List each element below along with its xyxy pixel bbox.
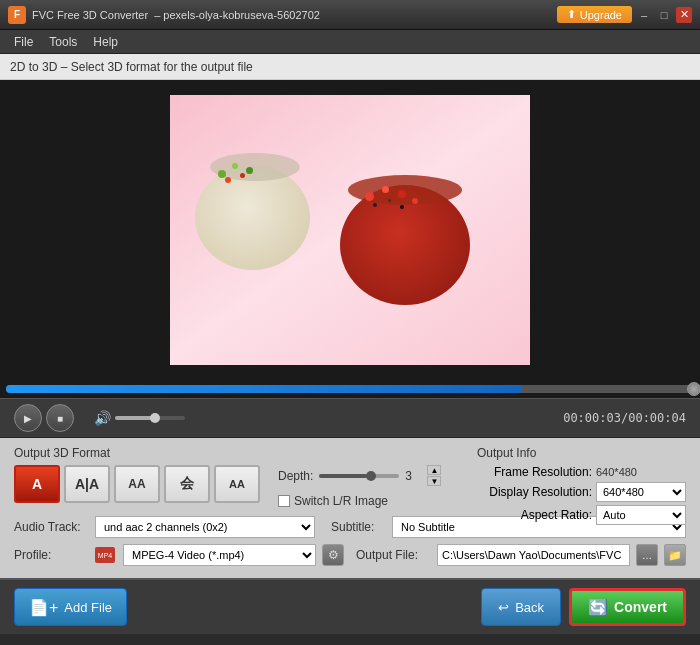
profile-format-icon: MP4 [95,547,115,563]
bottom-right-buttons: ↩ Back 🔄 Convert [481,588,686,626]
format-btn-stacked[interactable]: AA [214,465,260,503]
aspect-ratio-select[interactable]: Auto [596,505,686,525]
volume-fill [115,416,154,420]
audio-track-label: Audio Track: [14,520,89,534]
volume-area: 🔊 [94,410,185,426]
switch-lr-label: Switch L/R Image [294,494,388,508]
switch-lr-checkbox[interactable] [278,495,290,507]
display-resolution-label: Display Resolution: [477,485,592,499]
aspect-ratio-label: Aspect Ratio: [477,508,592,522]
minimize-button[interactable]: – [636,7,652,23]
depth-label: Depth: [278,469,313,483]
title-bar-left: F FVC Free 3D Converter – pexels-olya-ko… [8,6,320,24]
progress-track[interactable] [6,385,694,393]
browse-button[interactable]: … [636,544,658,566]
format-btn-top-bottom[interactable]: 会 [164,465,210,503]
progress-area[interactable] [0,380,700,398]
maximize-button[interactable]: □ [656,7,672,23]
title-bar-controls: ⬆ Upgrade – □ ✕ [557,6,692,23]
audio-track-select[interactable]: und aac 2 channels (0x2) [95,516,315,538]
profile-row: Profile: MP4 MPEG-4 Video (*.mp4) ⚙ Outp… [14,544,686,566]
depth-row: Depth: 3 ▲ ▼ [278,465,441,486]
aspect-ratio-row: Aspect Ratio: Auto [477,505,686,525]
title-bar: F FVC Free 3D Converter – pexels-olya-ko… [0,0,700,30]
format-btn-side-by-side-full[interactable]: AA [114,465,160,503]
menu-file[interactable]: File [6,33,41,51]
time-display: 00:00:03/00:00:04 [563,411,686,425]
depth-track[interactable] [319,474,399,478]
app-icon: F [8,6,26,24]
display-resolution-select[interactable]: 640*480 [596,482,686,502]
switch-row: Switch L/R Image [278,494,441,508]
close-button[interactable]: ✕ [676,7,692,23]
menu-bar: File Tools Help [0,30,700,54]
depth-value: 3 [405,469,421,483]
format-btn-side-by-side-half[interactable]: A|A [64,465,110,503]
bottom-bar: 📄+ Add File ↩ Back 🔄 Convert [0,578,700,634]
settings-area: Output 3D Format A A|A AA [0,438,700,578]
menu-help[interactable]: Help [85,33,126,51]
app-title: FVC Free 3D Converter [32,9,148,21]
volume-track[interactable] [115,416,185,420]
progress-thumb[interactable] [687,382,700,396]
folder-open-button[interactable]: 📁 [664,544,686,566]
output-file-label: Output File: [356,548,431,562]
video-area [0,80,700,380]
display-resolution-row: Display Resolution: 640*480 [477,482,686,502]
menu-tools[interactable]: Tools [41,33,85,51]
play-button[interactable]: ▶ [14,404,42,432]
format-section: Output 3D Format A A|A AA [14,446,441,508]
file-name: – pexels-olya-kobruseva-5602702 [154,9,320,21]
video-thumbnail [170,95,530,365]
back-icon: ↩ [498,600,509,615]
frame-resolution-label: Frame Resolution: [477,465,592,479]
format-btn-anaglyph[interactable]: A [14,465,60,503]
output-info-section: Output Info Frame Resolution: 640*480 Di… [477,446,686,528]
add-file-icon: 📄+ [29,598,58,617]
output-file-input[interactable] [437,544,630,566]
depth-down[interactable]: ▼ [427,476,441,486]
upgrade-button[interactable]: ⬆ Upgrade [557,6,632,23]
info-text: 2D to 3D – Select 3D format for the outp… [10,60,253,74]
frame-resolution-row: Frame Resolution: 640*480 [477,465,686,479]
depth-section: Depth: 3 ▲ ▼ Switch L/R Image [278,465,441,508]
progress-fill [6,385,522,393]
volume-thumb[interactable] [150,413,160,423]
settings-gear-button[interactable]: ⚙ [322,544,344,566]
format-buttons: A A|A AA 会 AA [14,465,260,503]
format-section-label: Output 3D Format [14,446,441,460]
convert-icon: 🔄 [588,598,608,617]
depth-up[interactable]: ▲ [427,465,441,475]
subtitle-label: Subtitle: [331,520,386,534]
controls-area: ▶ ■ 🔊 00:00:03/00:00:04 [0,398,700,438]
depth-spinners: ▲ ▼ [427,465,441,486]
volume-icon: 🔊 [94,410,111,426]
stop-button[interactable]: ■ [46,404,74,432]
profile-label: Profile: [14,548,89,562]
format-info-row: Output 3D Format A A|A AA [14,446,686,508]
back-button[interactable]: ↩ Back [481,588,561,626]
frame-resolution-value: 640*480 [596,466,637,478]
profile-select[interactable]: MPEG-4 Video (*.mp4) [123,544,316,566]
add-file-button[interactable]: 📄+ Add File [14,588,127,626]
info-bar: 2D to 3D – Select 3D format for the outp… [0,54,700,80]
upgrade-icon: ⬆ [567,8,576,21]
output-info-label: Output Info [477,446,686,460]
convert-button[interactable]: 🔄 Convert [569,588,686,626]
